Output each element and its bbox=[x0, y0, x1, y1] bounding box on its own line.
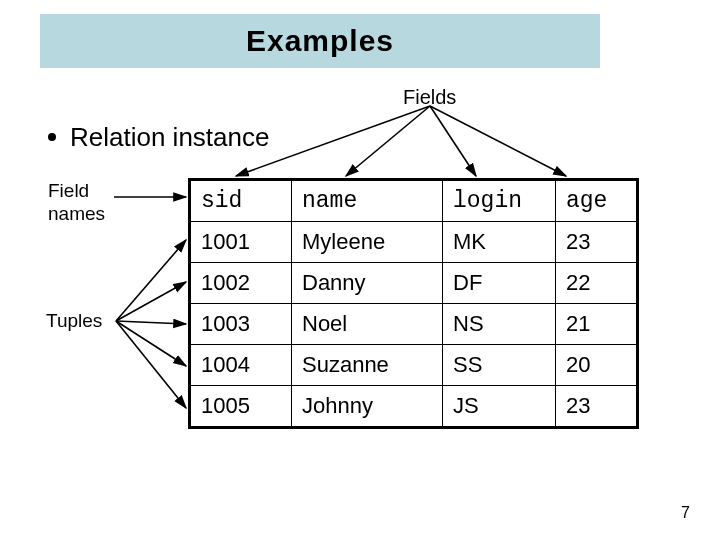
bullet-text: Relation instance bbox=[70, 122, 269, 152]
table-row: 1001 Myleene MK 23 bbox=[190, 222, 638, 263]
cell-login: NS bbox=[443, 304, 556, 345]
cell-age: 23 bbox=[556, 386, 638, 428]
table-row: 1003 Noel NS 21 bbox=[190, 304, 638, 345]
cell-login: MK bbox=[443, 222, 556, 263]
cell-age: 23 bbox=[556, 222, 638, 263]
page-title: Examples bbox=[246, 24, 394, 58]
col-header-login: login bbox=[443, 180, 556, 222]
svg-line-1 bbox=[346, 106, 430, 176]
cell-sid: 1001 bbox=[190, 222, 292, 263]
cell-age: 21 bbox=[556, 304, 638, 345]
table-header-row: sid name login age bbox=[190, 180, 638, 222]
cell-name: Suzanne bbox=[292, 345, 443, 386]
cell-name: Noel bbox=[292, 304, 443, 345]
cell-name: Johnny bbox=[292, 386, 443, 428]
col-header-name: name bbox=[292, 180, 443, 222]
svg-line-9 bbox=[116, 321, 186, 408]
cell-sid: 1003 bbox=[190, 304, 292, 345]
tuples-annotation-label: Tuples bbox=[46, 310, 102, 332]
bullet-heading: Relation instance bbox=[48, 122, 269, 153]
bullet-icon bbox=[48, 133, 56, 141]
cell-age: 22 bbox=[556, 263, 638, 304]
cell-name: Myleene bbox=[292, 222, 443, 263]
tuples-arrows-icon bbox=[108, 218, 198, 448]
table-row: 1002 Danny DF 22 bbox=[190, 263, 638, 304]
cell-sid: 1002 bbox=[190, 263, 292, 304]
cell-name: Danny bbox=[292, 263, 443, 304]
cell-login: SS bbox=[443, 345, 556, 386]
field-names-line2: names bbox=[48, 203, 105, 224]
relation-table: sid name login age 1001 Myleene MK 23 10… bbox=[188, 178, 639, 429]
table-row: 1005 Johnny JS 23 bbox=[190, 386, 638, 428]
svg-line-8 bbox=[116, 321, 186, 366]
svg-line-3 bbox=[430, 106, 566, 176]
svg-line-5 bbox=[116, 240, 186, 321]
cell-sid: 1004 bbox=[190, 345, 292, 386]
svg-line-2 bbox=[430, 106, 476, 176]
field-names-line1: Field bbox=[48, 180, 89, 201]
svg-line-6 bbox=[116, 282, 186, 321]
title-bar: Examples bbox=[40, 14, 600, 68]
cell-age: 20 bbox=[556, 345, 638, 386]
field-names-annotation-label: Field names bbox=[48, 180, 128, 226]
col-header-sid: sid bbox=[190, 180, 292, 222]
cell-sid: 1005 bbox=[190, 386, 292, 428]
page-number: 7 bbox=[681, 504, 690, 522]
fields-annotation-label: Fields bbox=[403, 86, 456, 109]
col-header-age: age bbox=[556, 180, 638, 222]
cell-login: JS bbox=[443, 386, 556, 428]
table-row: 1004 Suzanne SS 20 bbox=[190, 345, 638, 386]
cell-login: DF bbox=[443, 263, 556, 304]
svg-line-7 bbox=[116, 321, 186, 324]
